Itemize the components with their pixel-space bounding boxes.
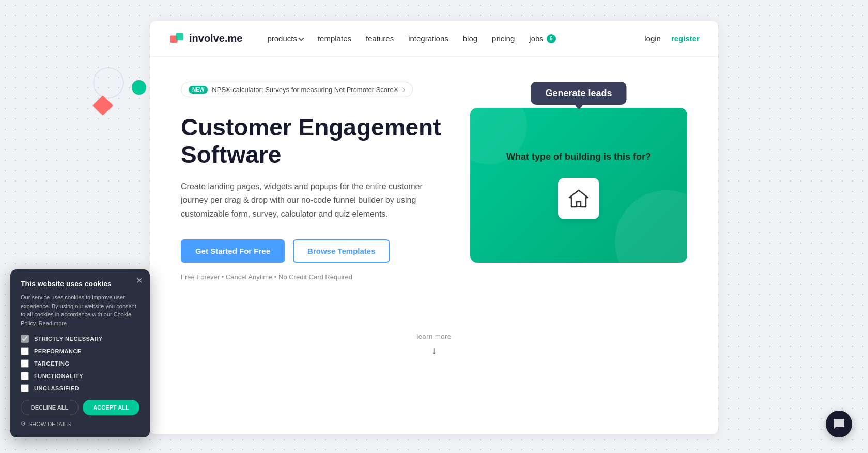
cookie-label-targeting: TARGETING: [34, 360, 69, 367]
cookie-buttons: DECLINE ALL ACCEPT ALL: [21, 400, 140, 415]
cookie-option-unclassified: UNCLASSIFIED: [21, 384, 140, 392]
nav-links: products templates features integrations…: [267, 34, 644, 43]
nps-arrow-icon: ›: [402, 85, 405, 94]
nps-badge[interactable]: NEW NPS® calculator: Surveys for measuri…: [181, 82, 413, 97]
nav-auth: login register: [644, 34, 700, 43]
logo-icon: [168, 31, 185, 47]
cookie-checkbox-performance[interactable]: [21, 347, 29, 355]
browse-templates-button[interactable]: Browse Templates: [293, 239, 390, 263]
nav-products[interactable]: products: [267, 34, 303, 43]
generate-leads-tooltip: Generate leads: [531, 82, 626, 105]
chat-bubble-button[interactable]: [826, 411, 853, 437]
hero-buttons: Get Started For Free Browse Templates: [181, 239, 450, 263]
learn-more-section: learn more ↓: [150, 312, 718, 382]
nav-blog[interactable]: blog: [463, 34, 477, 43]
cookie-checkbox-targeting[interactable]: [21, 359, 29, 368]
products-chevron-icon: [298, 35, 304, 41]
logo-text: involve.me: [189, 33, 242, 44]
hero-title: Customer Engagement Software: [181, 114, 450, 169]
nav-features[interactable]: features: [366, 34, 394, 43]
cookie-read-more[interactable]: Read more: [39, 320, 67, 326]
nav-templates[interactable]: templates: [318, 34, 351, 43]
deco-circle-large: [93, 67, 124, 98]
cookie-option-functionality: FUNCTIONALITY: [21, 372, 140, 380]
cookie-title: This website uses cookies: [21, 280, 140, 288]
nav-pricing[interactable]: pricing: [492, 34, 515, 43]
nps-badge-text: NPS® calculator: Surveys for measuring N…: [212, 86, 398, 94]
cookie-label-functionality: FUNCTIONALITY: [34, 373, 83, 379]
login-link[interactable]: login: [644, 34, 661, 43]
chat-icon: [833, 418, 845, 430]
green-card: What type of building is this for?: [470, 108, 687, 263]
hero-section: NEW NPS® calculator: Surveys for measuri…: [150, 57, 718, 312]
cookie-label-unclassified: UNCLASSIFIED: [34, 385, 79, 391]
hero-right: Generate leads What type of building is …: [470, 92, 687, 263]
deco-circle-small: [132, 80, 146, 95]
svg-rect-1: [176, 33, 183, 40]
gear-icon: ⚙: [21, 420, 26, 427]
show-details-button[interactable]: ⚙ SHOW DETAILS: [21, 420, 71, 427]
cookie-close-button[interactable]: ✕: [136, 276, 143, 285]
hero-note: Free Forever • Cancel Anytime • No Credi…: [181, 273, 450, 281]
nav-jobs[interactable]: jobs 6: [529, 34, 556, 43]
main-container: involve.me products templates features i…: [150, 21, 718, 434]
cookie-description: Our service uses cookies to improve user…: [21, 293, 140, 327]
cookie-checkbox-necessary[interactable]: [21, 335, 29, 343]
hero-description: Create landing pages, widgets and popups…: [181, 180, 450, 221]
house-icon-box[interactable]: [558, 178, 599, 219]
card-question: What type of building is this for?: [506, 152, 651, 162]
cookie-option-performance: PERFORMANCE: [21, 347, 140, 355]
nav-integrations[interactable]: integrations: [408, 34, 448, 43]
cookie-checkbox-functionality[interactable]: [21, 372, 29, 380]
get-started-button[interactable]: Get Started For Free: [181, 239, 285, 263]
accept-all-button[interactable]: ACCEPT ALL: [83, 400, 140, 415]
navbar: involve.me products templates features i…: [150, 21, 718, 57]
cookie-option-targeting: TARGETING: [21, 359, 140, 368]
cookie-label-necessary: STRICTLY NECESSARY: [34, 336, 103, 342]
hero-left: NEW NPS® calculator: Surveys for measuri…: [181, 82, 450, 281]
new-label: NEW: [189, 86, 208, 94]
learn-more-arrow-icon[interactable]: ↓: [150, 344, 718, 356]
cookie-option-necessary: STRICTLY NECESSARY: [21, 335, 140, 343]
learn-more-text: learn more: [150, 333, 718, 340]
house-icon: [567, 187, 590, 210]
decline-all-button[interactable]: DECLINE ALL: [21, 400, 79, 415]
cookie-checkbox-unclassified[interactable]: [21, 384, 29, 392]
jobs-badge: 6: [547, 34, 556, 43]
register-link[interactable]: register: [671, 34, 700, 43]
cookie-label-performance: PERFORMANCE: [34, 348, 82, 354]
cookie-banner: ✕ This website uses cookies Our service …: [10, 269, 150, 437]
logo[interactable]: involve.me: [168, 31, 242, 47]
